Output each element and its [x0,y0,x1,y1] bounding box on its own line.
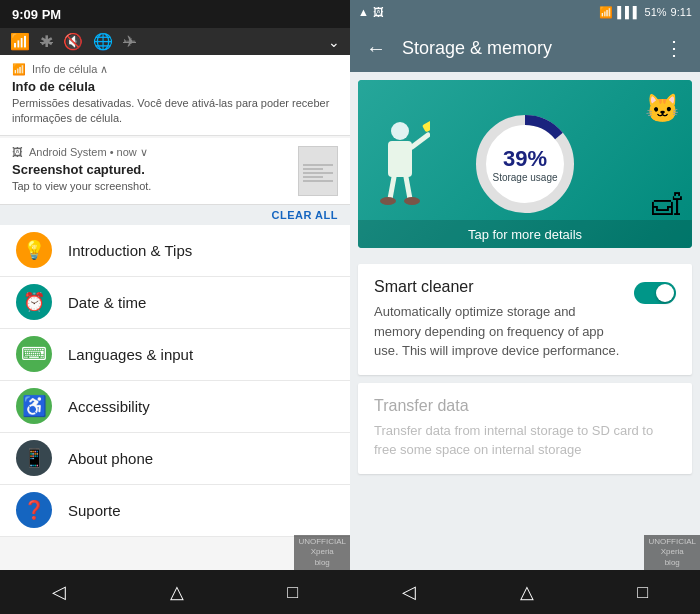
settings-list: 💡 Introduction & Tips ⏰ Date & time ⌨ La… [0,225,350,537]
smart-cleaner-row: Smart cleaner Automatically optimize sto… [374,278,676,361]
transfer-data-body: Transfer data from internal storage to S… [374,421,676,460]
status-right-info: 📶 ▌▌▌ 51% 9:11 [599,6,692,19]
battery-pct: 51% [645,6,667,18]
recents-button-right[interactable]: □ [621,574,664,611]
languages-icon: ⌨ [16,336,52,372]
tap-details-button[interactable]: Tap for more details [358,220,692,248]
right-panel: ▲ 🖼 📶 ▌▌▌ 51% 9:11 ← Storage & memory ⋮ [350,0,700,614]
settings-label-suporte: Suporte [68,502,121,519]
storage-label: Storage usage [492,172,557,183]
notification-shade: 📶 Info de célula ∧ Info de célula Permis… [0,55,350,570]
cell-signal-icon: 📶 [12,63,26,76]
notification-quick-icons: 📶 ✱ 🔇 🌐 ✈ ⌄ [0,28,350,55]
notification-screenshot[interactable]: 🖼 Android System • now ∨ Screenshot capt… [0,138,350,204]
settings-item-about-phone[interactable]: 📱 About phone [0,433,350,485]
back-button-left[interactable]: ◁ [36,573,82,611]
xperia-badge-left: UNOFFICIALXperiablog [294,535,350,570]
settings-item-introduction[interactable]: 💡 Introduction & Tips [0,225,350,277]
smart-cleaner-title: Smart cleaner [374,278,622,296]
notif-header-text-1: Info de célula ∧ [32,63,109,76]
notif-header-1: 📶 Info de célula ∧ [12,63,338,76]
globe-icon: 🌐 [93,32,113,51]
time-right: 9:11 [671,6,692,18]
svg-line-5 [406,177,410,199]
status-bar-left: 9:09 PM [0,0,350,28]
settings-item-suporte[interactable]: ❓ Suporte [0,485,350,537]
airplane-icon: ✈ [123,32,136,51]
app-bar-title: Storage & memory [402,38,648,59]
scene-couch-icon: 🛋 [652,188,682,222]
status-left-icons: ▲ 🖼 [358,6,384,18]
home-button-left[interactable]: △ [154,573,200,611]
xperia-badge-right: UNOFFICIALXperiablog [644,535,700,570]
about-phone-icon: 📱 [16,440,52,476]
datetime-icon: ⏰ [16,284,52,320]
clear-all-button[interactable]: CLEAR ALL [272,209,338,221]
settings-label-languages: Languages & input [68,346,193,363]
smart-cleaner-toggle-container [634,282,676,304]
notif-title-2: Screenshot captured. [12,162,290,177]
wifi-icon-right: 📶 [599,6,613,19]
accessibility-icon: ♿ [16,388,52,424]
settings-label-about-phone: About phone [68,450,153,467]
recents-button-left[interactable]: □ [271,574,314,611]
scene-cat-icon: 🐱 [645,92,680,125]
settings-label-datetime: Date & time [68,294,146,311]
clear-all-bar: CLEAR ALL [0,204,350,225]
svg-point-0 [391,122,409,140]
notif-icons-row: 📶 ✱ 🔇 🌐 ✈ [10,32,136,51]
image-icon-right: 🖼 [373,6,384,18]
scene-person-icon [370,119,430,220]
signal-icon-right: ▲ [358,6,369,18]
smart-cleaner-toggle[interactable] [634,282,676,304]
smart-cleaner-card: Smart cleaner Automatically optimize sto… [358,264,692,375]
bottom-nav-right: ◁ △ □ [350,570,700,614]
notif-header-text-2: Android System • now ∨ [29,146,148,159]
suporte-icon: ❓ [16,492,52,528]
screenshot-thumbnail [298,146,338,196]
settings-label-introduction: Introduction & Tips [68,242,192,259]
bluetooth-icon: ✱ [40,32,53,51]
smart-cleaner-text: Smart cleaner Automatically optimize sto… [374,278,622,361]
notif-body-1: Permissões desativadas. Você deve ativá-… [12,96,338,127]
settings-item-languages[interactable]: ⌨ Languages & input [0,329,350,381]
status-bar-right: ▲ 🖼 📶 ▌▌▌ 51% 9:11 [350,0,700,24]
svg-rect-3 [422,119,430,132]
notif-title-1: Info de célula [12,79,338,94]
svg-point-7 [404,197,420,205]
smart-cleaner-body: Automatically optimize storage and memor… [374,302,622,361]
storage-pct-value: 39% [492,146,557,172]
dnd-icon: 🔇 [63,32,83,51]
storage-donut: 39% Storage usage [470,109,580,219]
svg-line-2 [412,135,428,147]
settings-item-datetime[interactable]: ⏰ Date & time [0,277,350,329]
android-system-icon: 🖼 [12,146,23,158]
settings-label-accessibility: Accessibility [68,398,150,415]
notif-body-2: Tap to view your screenshot. [12,179,290,194]
svg-line-4 [390,177,394,199]
transfer-data-title: Transfer data [374,397,676,415]
storage-card[interactable]: 39% Storage usage 🐱 🛋 Tap for more detai… [358,80,692,248]
notification-cell-info[interactable]: 📶 Info de célula ∧ Info de célula Permis… [0,55,350,136]
notif-header-2: 🖼 Android System • now ∨ [12,146,290,159]
wifi-icon: 📶 [10,32,30,51]
chevron-down-icon[interactable]: ⌄ [328,34,340,50]
overflow-menu-button[interactable]: ⋮ [656,28,692,68]
signal-bars-icon: ▌▌▌ [617,6,640,18]
time-left: 9:09 PM [12,7,61,22]
bottom-nav-left: ◁ △ □ UNOFFICIALXperiablog [0,570,350,614]
app-bar: ← Storage & memory ⋮ [350,24,700,72]
introduction-icon: 💡 [16,232,52,268]
transfer-data-card: Transfer data Transfer data from interna… [358,383,692,474]
back-button-appbar[interactable]: ← [358,29,394,68]
storage-percentage-text: 39% Storage usage [492,146,557,183]
home-button-right[interactable]: △ [504,573,550,611]
settings-item-accessibility[interactable]: ♿ Accessibility [0,381,350,433]
left-panel: 9:09 PM 📶 ✱ 🔇 🌐 ✈ ⌄ 📶 Info de célula ∧ I… [0,0,350,614]
back-button-right[interactable]: ◁ [386,573,432,611]
svg-rect-1 [388,141,412,177]
content-area: Smart cleaner Automatically optimize sto… [350,256,700,570]
svg-point-6 [380,197,396,205]
